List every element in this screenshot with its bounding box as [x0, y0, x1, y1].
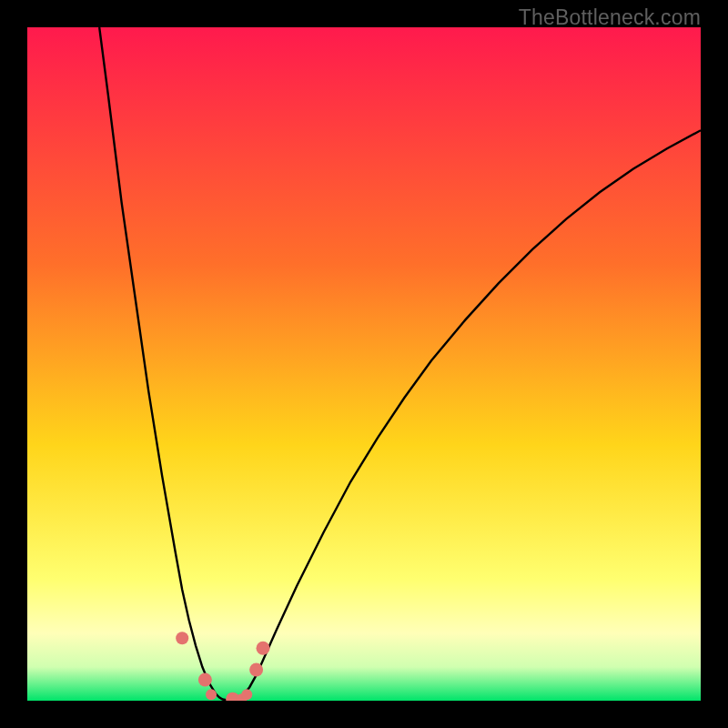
data-marker — [176, 632, 188, 644]
data-marker — [198, 673, 212, 687]
data-marker — [249, 662, 263, 676]
watermark-text: TheBottleneck.com — [519, 5, 701, 30]
data-marker — [241, 689, 252, 700]
gradient-background — [27, 27, 701, 701]
data-marker — [257, 642, 270, 655]
data-marker — [206, 689, 217, 700]
chart-frame — [27, 27, 701, 701]
bottleneck-chart — [27, 27, 701, 701]
